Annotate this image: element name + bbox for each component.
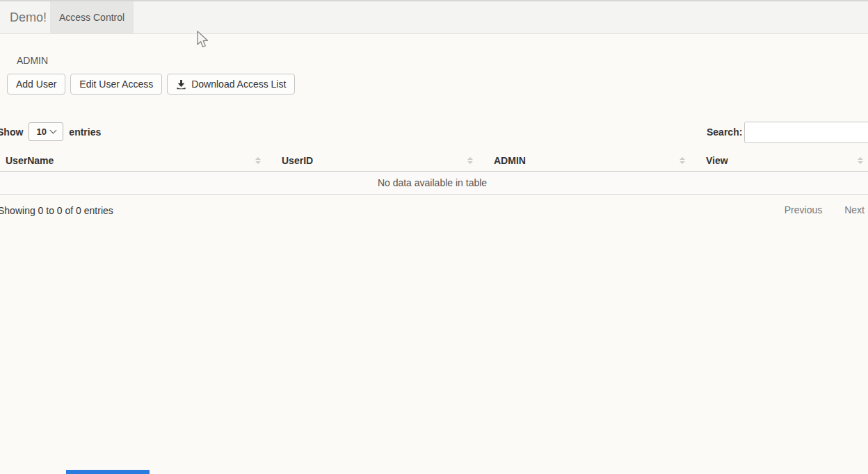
search-label: Search: — [707, 126, 742, 138]
navbar: Demo! Access Control — [0, 1, 868, 34]
column-header-username[interactable]: UserName — [0, 149, 269, 171]
next-page-button[interactable]: Next — [844, 204, 865, 215]
table-header-row: UserName UserID ADMIN View — [0, 149, 868, 172]
chevron-down-icon — [50, 127, 57, 134]
column-header-admin[interactable]: ADMIN — [481, 149, 693, 171]
column-label: ADMIN — [494, 155, 526, 166]
access-table: UserName UserID ADMIN View No data avail… — [0, 149, 868, 195]
table-length-control: Show 10 entries — [0, 122, 101, 141]
entries-label: entries — [69, 126, 101, 138]
previous-page-button[interactable]: Previous — [785, 204, 822, 215]
table-empty-row: No data available in table — [0, 172, 868, 195]
loading-bar — [66, 470, 150, 474]
sort-both-icon — [680, 157, 685, 164]
sort-both-icon — [467, 157, 473, 164]
column-header-userid[interactable]: UserID — [269, 149, 481, 171]
sort-both-icon — [255, 157, 261, 164]
column-label: UserName — [6, 155, 54, 166]
download-access-list-button[interactable]: Download Access List — [167, 74, 295, 95]
entries-per-page-select[interactable]: 10 — [29, 122, 63, 141]
brand-link[interactable]: Demo! — [10, 1, 47, 33]
tab-admin[interactable]: ADMIN — [7, 49, 58, 73]
column-label: View — [706, 155, 728, 166]
show-label: Show — [0, 126, 23, 138]
nav-item-access-control[interactable]: Access Control — [50, 1, 134, 33]
search-input[interactable] — [744, 122, 868, 143]
table-info: Showing 0 to 0 of 0 entries — [0, 205, 113, 216]
column-header-view[interactable]: View — [693, 149, 868, 171]
pagination: Previous Next — [785, 204, 865, 215]
add-user-button[interactable]: Add User — [7, 74, 65, 95]
download-access-list-label: Download Access List — [191, 79, 286, 90]
download-icon — [176, 79, 186, 90]
empty-message: No data available in table — [378, 177, 487, 188]
column-label: UserID — [282, 155, 313, 166]
entries-per-page-value: 10 — [37, 126, 47, 137]
edit-user-access-button[interactable]: Edit User Access — [70, 74, 162, 95]
sort-both-icon — [858, 157, 863, 164]
toolbar: Add User Edit User Access Download Acces… — [7, 74, 295, 95]
